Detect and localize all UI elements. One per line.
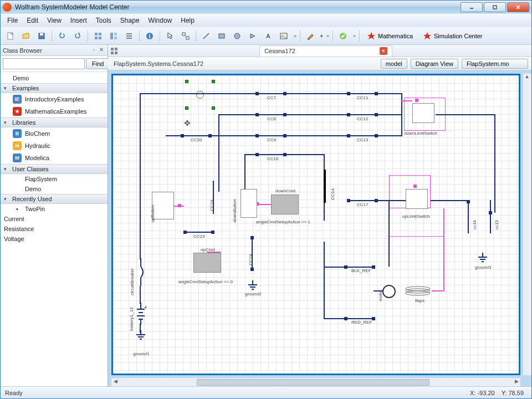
scroll-thumb[interactable]: [197, 379, 429, 386]
simulation-center-button[interactable]: Simulation Center: [419, 30, 486, 42]
wire[interactable]: [207, 252, 221, 253]
tree-item-demo2[interactable]: Demo: [9, 184, 108, 194]
wire[interactable]: [285, 114, 349, 115]
menu-insert[interactable]: Insert: [66, 15, 91, 26]
wire[interactable]: [218, 114, 257, 115]
text-tool[interactable]: A: [262, 29, 275, 43]
wire[interactable]: [349, 93, 376, 94]
node[interactable]: [250, 236, 254, 239]
view-grid-button[interactable]: [91, 29, 105, 43]
find-input[interactable]: [3, 58, 85, 69]
rectangle-tool[interactable]: [215, 29, 228, 43]
tab-cessna[interactable]: Cessna172 ✕: [259, 45, 392, 57]
ellipse-tool[interactable]: [231, 29, 244, 43]
wire[interactable]: [324, 267, 346, 268]
find-button[interactable]: Find: [86, 58, 110, 69]
wire[interactable]: [494, 114, 495, 213]
redo-button[interactable]: [71, 29, 84, 43]
node[interactable]: [372, 265, 375, 269]
connector-tool[interactable]: [179, 29, 192, 43]
wire[interactable]: [324, 170, 326, 203]
comp-ground1[interactable]: [134, 330, 147, 342]
wire[interactable]: [257, 114, 285, 115]
maximize-button[interactable]: [484, 2, 506, 12]
scroll-up-icon[interactable]: ▲: [523, 74, 531, 81]
node[interactable]: [250, 268, 254, 271]
tree-section-examples[interactable]: ▾ Examples: [1, 83, 108, 93]
wire[interactable]: [349, 135, 376, 136]
pointer-tool[interactable]: [163, 29, 177, 43]
wire[interactable]: [374, 290, 383, 291]
tree-item-demo[interactable]: Demo: [9, 73, 108, 83]
polygon-tool[interactable]: [246, 29, 259, 43]
node[interactable]: [372, 317, 375, 320]
minimize-button[interactable]: [461, 2, 483, 12]
tree-item-twopin[interactable]: •TwoPin: [9, 204, 108, 214]
comp-circuitbreaker[interactable]: [135, 258, 146, 287]
wire[interactable]: [324, 242, 325, 319]
panel-close-icon[interactable]: ✕: [98, 47, 105, 54]
wire[interactable]: [431, 200, 468, 201]
wire[interactable]: [185, 232, 213, 233]
comp-ground2[interactable]: [246, 280, 259, 293]
node[interactable]: [178, 204, 181, 207]
wire[interactable]: [376, 114, 401, 115]
comp-downcmd[interactable]: [271, 195, 299, 214]
wire[interactable]: [324, 318, 346, 319]
open-button[interactable]: [19, 29, 33, 43]
wire[interactable]: [140, 93, 141, 232]
vertical-scrollbar[interactable]: ▲: [523, 74, 531, 375]
wire[interactable]: [218, 114, 219, 192]
menu-help[interactable]: Help: [176, 15, 199, 26]
wire[interactable]: [140, 93, 257, 94]
diagram-canvas[interactable]: CC7 CC8 CC9 CC10 CC11 CC12: [111, 74, 520, 375]
comp-downbutton[interactable]: [241, 189, 257, 218]
selection-handle[interactable]: [185, 106, 188, 110]
view-list-button[interactable]: [122, 29, 136, 43]
file-button[interactable]: FlapSystem.mo: [462, 59, 528, 69]
menu-view[interactable]: View: [43, 15, 66, 26]
wire[interactable]: [376, 200, 389, 201]
wire[interactable]: [389, 236, 444, 237]
model-button[interactable]: model: [381, 59, 407, 69]
wire[interactable]: [285, 154, 324, 155]
node[interactable]: [489, 211, 492, 214]
diagram-viewport[interactable]: CC7 CC8 CC9 CC10 CC11 CC12: [108, 70, 531, 386]
wire[interactable]: [182, 135, 210, 136]
wire[interactable]: [349, 200, 376, 201]
wire[interactable]: [388, 200, 390, 267]
tree-item-flapsystem[interactable]: FlapSystem: [9, 174, 108, 184]
tree-item-introductory[interactable]: IE IntroductoryExamples: [9, 93, 108, 105]
scroll-left-icon[interactable]: ◀: [111, 378, 119, 386]
menu-shape[interactable]: Shape: [116, 15, 144, 26]
menu-edit[interactable]: Edit: [22, 15, 43, 26]
tree-section-recent[interactable]: ▾ Recently Used: [1, 194, 108, 204]
wire[interactable]: [468, 200, 469, 233]
wire[interactable]: [432, 290, 443, 291]
tree-item-current[interactable]: Current: [1, 214, 108, 224]
overflow-icon[interactable]: »: [353, 33, 356, 39]
wire[interactable]: [401, 93, 402, 136]
wire[interactable]: [140, 286, 141, 304]
tab-close-button[interactable]: ✕: [380, 47, 387, 55]
check-button[interactable]: [336, 29, 350, 43]
tree-item-hydraulic[interactable]: H Hydraulic: [9, 140, 108, 152]
node[interactable]: [183, 231, 187, 234]
image-tool[interactable]: [277, 29, 290, 43]
tree-item-biochem[interactable]: B BioChem: [9, 127, 108, 140]
horizontal-scrollbar[interactable]: ◀ ▶: [111, 377, 520, 386]
node[interactable]: [413, 185, 417, 188]
wire[interactable]: [389, 200, 406, 201]
wire[interactable]: [257, 135, 285, 136]
wire[interactable]: [443, 208, 444, 291]
comp-flaps[interactable]: [404, 285, 432, 297]
class-tree[interactable]: Demo ▾ Examples IE IntroductoryExamples …: [1, 72, 108, 386]
menu-window[interactable]: Window: [144, 15, 177, 26]
tree-item-resistance[interactable]: Resistance: [1, 224, 108, 234]
chevron-down-icon[interactable]: ▾: [320, 33, 323, 39]
mathematica-button[interactable]: Mathematica: [363, 30, 417, 42]
wire[interactable]: [257, 93, 285, 94]
node[interactable]: [211, 231, 214, 234]
undo-button[interactable]: [55, 29, 69, 43]
wire[interactable]: [436, 114, 495, 115]
